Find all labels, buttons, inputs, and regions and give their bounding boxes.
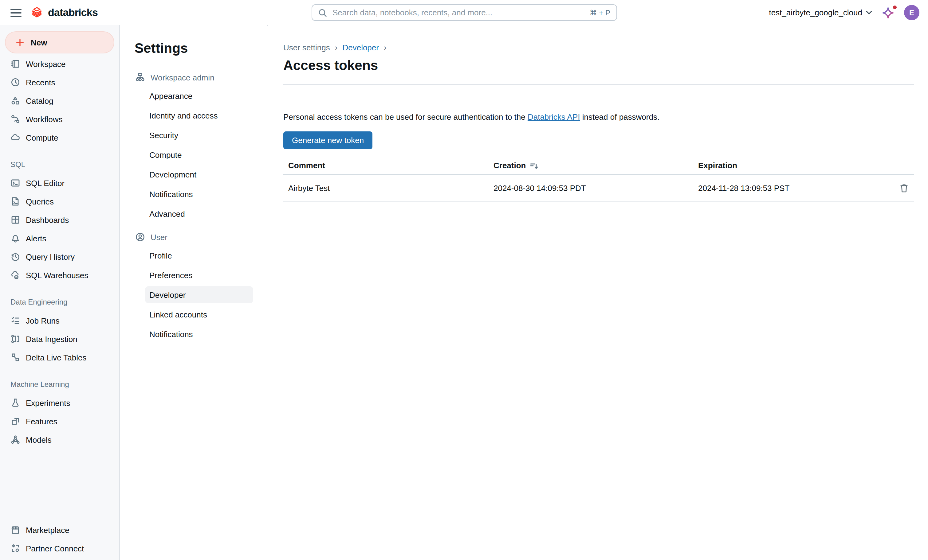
settings-item-compute[interactable]: Compute — [145, 145, 253, 164]
settings-item-notifications-admin[interactable]: Notifications — [145, 184, 253, 204]
databricks-logo[interactable]: databricks — [30, 6, 98, 19]
title-divider — [283, 84, 914, 85]
settings-item-label: Appearance — [150, 91, 192, 100]
sidebar-item-label: Recents — [26, 78, 55, 87]
table-row: Airbyte Test 2024-08-30 14:09:53 PDT 202… — [283, 175, 914, 202]
settings-item-development[interactable]: Development — [145, 164, 253, 184]
sidebar-item-label: Alerts — [26, 234, 46, 243]
settings-item-label: Notifications — [150, 329, 193, 339]
search-shortcut-hint: ⌘ + P — [590, 8, 610, 17]
column-header-expiration[interactable]: Expiration — [693, 157, 889, 175]
settings-item-identity-and-access[interactable]: Identity and access — [145, 106, 253, 125]
settings-item-profile[interactable]: Profile — [145, 246, 253, 265]
cloud-icon — [11, 132, 20, 143]
workspace-selector[interactable]: test_airbyte_google_cloud — [769, 8, 872, 17]
settings-item-label: Developer — [150, 290, 186, 299]
page-title: Access tokens — [283, 58, 914, 74]
sidebar-item-partner-connect[interactable]: Partner Connect — [0, 539, 119, 557]
hamburger-menu-icon[interactable] — [11, 8, 21, 17]
settings-item-advanced[interactable]: Advanced — [145, 204, 253, 224]
settings-item-preferences[interactable]: Preferences — [145, 265, 253, 285]
assistant-sparkle-button[interactable] — [882, 6, 894, 19]
settings-item-appearance[interactable]: Appearance — [145, 86, 253, 106]
plus-icon — [15, 38, 24, 47]
sidebar-section-machine-learning: Machine Learning — [0, 375, 119, 394]
sidebar-item-workspace[interactable]: Workspace — [0, 55, 119, 73]
user-avatar[interactable]: E — [904, 5, 919, 20]
sidebar-item-label: Features — [26, 417, 58, 426]
flask-icon — [11, 398, 20, 408]
sidebar-item-recents[interactable]: Recents — [0, 73, 119, 91]
search-icon — [318, 8, 327, 17]
user-circle-icon — [135, 232, 145, 242]
chevron-down-icon — [866, 11, 872, 15]
sidebar-item-label: Data Ingestion — [26, 334, 78, 344]
column-header-comment[interactable]: Comment — [283, 157, 488, 175]
sidebar-item-label: Job Runs — [26, 316, 60, 325]
settings-item-label: Development — [150, 170, 196, 179]
settings-item-label: Profile — [150, 251, 172, 260]
settings-item-label: Advanced — [150, 209, 185, 218]
sidebar-item-sql-editor[interactable]: SQL Editor — [0, 174, 119, 192]
trash-icon — [899, 183, 909, 193]
breadcrumb-developer[interactable]: Developer — [342, 43, 379, 52]
table-header-row: Comment Creation Expiration — [283, 157, 914, 175]
delete-token-button[interactable] — [894, 183, 909, 193]
brand-wordmark: databricks — [48, 6, 98, 19]
settings-group-label: User — [151, 233, 168, 242]
queries-icon — [11, 196, 20, 206]
avatar-initial: E — [909, 8, 914, 17]
global-search[interactable]: ⌘ + P — [311, 4, 617, 21]
databricks-logo-mark-icon — [30, 6, 44, 19]
settings-group-user: User — [120, 228, 267, 246]
sidebar-item-query-history[interactable]: Query History — [0, 248, 119, 266]
token-creation-cell: 2024-08-30 14:09:53 PDT — [488, 175, 693, 202]
delta-live-tables-icon — [11, 353, 20, 362]
sidebar-item-sql-warehouses[interactable]: SQL Warehouses — [0, 266, 119, 284]
generate-new-token-button[interactable]: Generate new token — [283, 131, 372, 149]
sidebar-item-label: Catalog — [26, 96, 53, 105]
history-icon — [11, 252, 20, 262]
settings-group-label: Workspace admin — [151, 73, 214, 82]
settings-item-notifications-user[interactable]: Notifications — [145, 324, 253, 344]
sort-descending-icon[interactable] — [530, 161, 538, 170]
settings-item-security[interactable]: Security — [145, 125, 253, 145]
sidebar-item-workflows[interactable]: Workflows — [0, 110, 119, 128]
org-chart-icon — [135, 73, 145, 82]
search-input[interactable] — [331, 8, 585, 18]
sidebar-item-queries[interactable]: Queries — [0, 192, 119, 211]
sidebar-item-features[interactable]: Features — [0, 412, 119, 431]
description-text: Personal access tokens can be used for s… — [283, 113, 914, 122]
sidebar-item-label: Query History — [26, 252, 75, 261]
settings-item-label: Notifications — [150, 189, 193, 199]
sidebar-item-catalog[interactable]: Catalog — [0, 91, 119, 110]
settings-item-developer[interactable]: Developer — [145, 286, 253, 303]
dashboards-icon — [11, 215, 20, 225]
sidebar-item-delta-live-tables[interactable]: Delta Live Tables — [0, 348, 119, 367]
breadcrumb-chevron-icon: › — [384, 43, 386, 52]
sidebar-item-experiments[interactable]: Experiments — [0, 394, 119, 412]
column-header-creation[interactable]: Creation — [488, 157, 693, 175]
sidebar-item-models[interactable]: Models — [0, 431, 119, 449]
sidebar-item-alerts[interactable]: Alerts — [0, 229, 119, 248]
sidebar-section-sql: SQL — [0, 155, 119, 174]
sidebar-item-job-runs[interactable]: Job Runs — [0, 311, 119, 330]
workspace-name: test_airbyte_google_cloud — [769, 8, 862, 17]
breadcrumb-user-settings[interactable]: User settings — [283, 43, 330, 52]
column-header-actions — [889, 157, 914, 175]
settings-item-linked-accounts[interactable]: Linked accounts — [145, 304, 253, 324]
sidebar-item-dashboards[interactable]: Dashboards — [0, 211, 119, 229]
sidebar-item-label: Workflows — [26, 114, 63, 124]
sidebar-item-data-ingestion[interactable]: Data Ingestion — [0, 330, 119, 348]
new-button-label: New — [31, 38, 47, 47]
databricks-api-link[interactable]: Databricks API — [528, 113, 580, 122]
sidebar-item-compute[interactable]: Compute — [0, 128, 119, 147]
settings-item-label: Compute — [150, 150, 182, 159]
sidebar-item-label: Compute — [26, 133, 58, 142]
sidebar-item-marketplace[interactable]: Marketplace — [0, 521, 119, 539]
job-runs-icon — [11, 316, 20, 326]
partner-connect-icon — [11, 543, 20, 553]
settings-panel: Settings Workspace admin Appearance Iden… — [120, 25, 267, 560]
sidebar-item-label: Workspace — [26, 59, 66, 68]
new-button[interactable]: New — [5, 31, 114, 53]
